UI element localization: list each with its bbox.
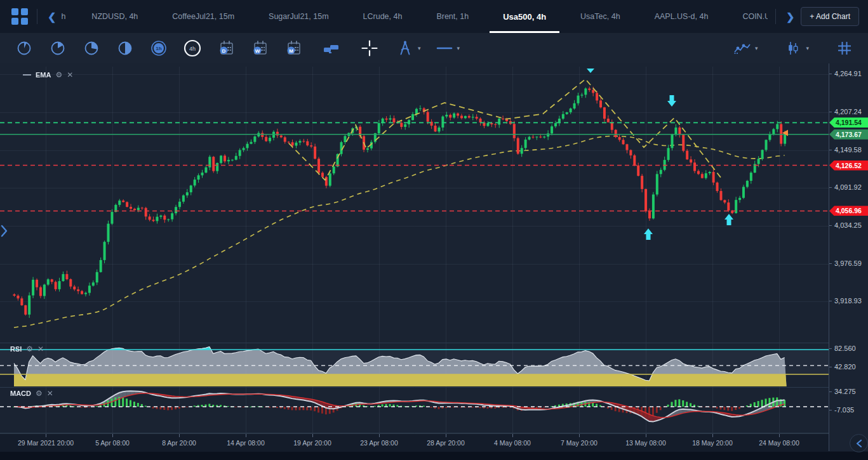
chart-tab[interactable]: LCrude, 4h: [346, 0, 420, 33]
price-badge-bright: 4,191.54: [829, 117, 868, 128]
trading-app-window: ❮ h NZDUSD, 4hCoffeeJul21, 15mSugarJul21…: [0, 0, 868, 460]
chart-type-button[interactable]: [784, 39, 803, 58]
timeframe-15m-button[interactable]: [82, 39, 101, 58]
line-tool-button[interactable]: [435, 39, 454, 58]
svg-text:D: D: [222, 48, 226, 54]
timeframe-daily-button[interactable]: D: [217, 39, 236, 58]
range-bars-icon: [323, 40, 340, 56]
chart-tab[interactable]: Brent, 1h: [419, 0, 486, 33]
svg-text:M: M: [289, 48, 293, 54]
add-chart-button[interactable]: + Add Chart: [801, 7, 859, 26]
indicators-caret-icon[interactable]: ▾: [755, 45, 758, 51]
line-tool-caret-icon[interactable]: ▾: [457, 45, 460, 51]
clock-quarter-icon: [83, 40, 100, 56]
timeframe-1m-button[interactable]: [15, 39, 34, 58]
macd-indicator-label: MACD: [10, 390, 31, 397]
rsi-close-icon[interactable]: ✕: [37, 345, 44, 353]
time-tick-mark: [379, 434, 380, 437]
left-panel-expand-icon[interactable]: [0, 222, 10, 240]
ema-close-icon[interactable]: ✕: [67, 70, 73, 79]
svg-text:W: W: [255, 48, 260, 54]
divider: [37, 9, 37, 24]
timeframe-5m-button[interactable]: [48, 39, 67, 58]
tabs-scroll-left-icon[interactable]: ❮: [45, 11, 58, 23]
price-tick-label: 3,976.59: [834, 260, 862, 267]
macd-settings-gear-icon[interactable]: ⚙: [36, 389, 43, 398]
ema-line-swatch: [23, 74, 31, 76]
crosshair-button[interactable]: [360, 39, 379, 58]
price-tick-label: 4,149.58: [834, 146, 862, 154]
ema-settings-gear-icon[interactable]: ⚙: [55, 70, 62, 79]
chart-type-caret-icon[interactable]: ▾: [806, 45, 809, 51]
macd-tick-label: -7.035: [834, 406, 854, 414]
price-tick-label: 4,264.91: [834, 70, 862, 77]
rsi-tick-label: 82.560: [834, 345, 856, 352]
chart-tab-active[interactable]: Usa500, 4h: [486, 0, 563, 33]
calendar-month-icon: M: [284, 39, 302, 57]
chart-tab[interactable]: SugarJul21, 15m: [251, 0, 346, 33]
price-badge-red: 4,056.96: [829, 206, 868, 216]
grid-icon: [836, 40, 853, 56]
rsi-indicator-header: RSI ⚙ ✕: [10, 345, 44, 353]
chart-tab[interactable]: COIN.US-d, 1h: [725, 0, 767, 33]
price-axis[interactable]: 4,264.914,207.244,149.584,091.924,034.25…: [829, 63, 868, 451]
price-tick-label: 4,207.24: [834, 108, 862, 115]
price-badge-red: 4,126.52: [829, 161, 868, 171]
drawing-tools-button[interactable]: [396, 39, 415, 58]
price-tick-label: 3,918.93: [834, 297, 862, 305]
trend-line-icon: [436, 40, 453, 56]
time-tick-mark: [579, 434, 580, 437]
timeframe-1h-icon: 1h: [150, 40, 167, 56]
chart-tab[interactable]: AAPL.US-d, 4h: [638, 0, 726, 33]
time-tick-mark: [646, 434, 646, 437]
price-chart-canvas[interactable]: [0, 63, 829, 433]
price-badge-green: 4,173.67: [829, 129, 868, 140]
chart-tab[interactable]: UsaTec, 4h: [563, 0, 638, 33]
chart-tab-partial[interactable]: h: [58, 12, 74, 21]
chart-tab[interactable]: CoffeeJul21, 15m: [155, 0, 251, 33]
grid-settings-button[interactable]: [835, 39, 854, 58]
chart-tabs: NZDUSD, 4hCoffeeJul21, 15mSugarJul21, 15…: [74, 0, 768, 33]
time-tick-mark: [246, 434, 246, 437]
time-tick-mark: [112, 434, 113, 437]
timeframe-4h-icon: 4h: [184, 39, 201, 57]
rsi-settings-gear-icon[interactable]: ⚙: [26, 345, 33, 353]
time-tick-mark: [712, 434, 713, 437]
timeframe-4h-button-active[interactable]: 4h: [183, 39, 202, 58]
time-axis[interactable]: 29 Mar 2021 20:005 Apr 08:008 Apr 20:001…: [0, 433, 868, 452]
chart-plot-area: [0, 63, 829, 433]
tabs-scroll-right-icon[interactable]: ❯: [784, 11, 797, 23]
bottom-edge: [0, 451, 868, 460]
timeframe-monthly-button[interactable]: M: [284, 39, 303, 58]
calendar-week-icon: W: [251, 39, 269, 57]
clock-half-icon: [117, 40, 133, 56]
time-tick-mark: [46, 434, 46, 437]
chart-toolbar: 1h 4h D: [0, 33, 868, 63]
time-tick-mark: [446, 434, 446, 437]
ema-indicator-label: EMA: [36, 71, 51, 79]
divider: [775, 9, 776, 24]
time-tick-label: 24 May 08:00: [738, 439, 820, 447]
range-bars-button[interactable]: [322, 39, 341, 58]
macd-close-icon[interactable]: ✕: [47, 389, 53, 398]
time-tick-mark: [512, 434, 513, 437]
chart-tab[interactable]: NZDUSD, 4h: [74, 0, 155, 33]
clock-sliver-icon: [16, 40, 32, 56]
workspace-grid-icon[interactable]: [10, 7, 29, 26]
indicators-button[interactable]: [733, 39, 752, 58]
time-tick-mark: [179, 434, 180, 437]
indicators-icon: [733, 40, 751, 56]
compass-icon: [397, 40, 413, 56]
timeline-collapse-button[interactable]: [850, 434, 868, 452]
price-tick-label: 4,034.25: [834, 221, 862, 229]
drawing-tools-caret-icon[interactable]: ▾: [418, 45, 421, 51]
candlestick-icon: [785, 40, 801, 56]
ema-indicator-header: EMA ⚙ ✕: [23, 70, 73, 79]
rsi-indicator-label: RSI: [10, 345, 22, 353]
macd-indicator-header: MACD ⚙ ✕: [10, 389, 53, 398]
timeframe-1h-button[interactable]: 1h: [149, 39, 168, 58]
timeframe-30m-button[interactable]: [116, 39, 135, 58]
price-tick-label: 4,091.92: [834, 183, 862, 191]
timeframe-weekly-button[interactable]: W: [250, 39, 269, 58]
calendar-day-icon: D: [217, 39, 235, 57]
